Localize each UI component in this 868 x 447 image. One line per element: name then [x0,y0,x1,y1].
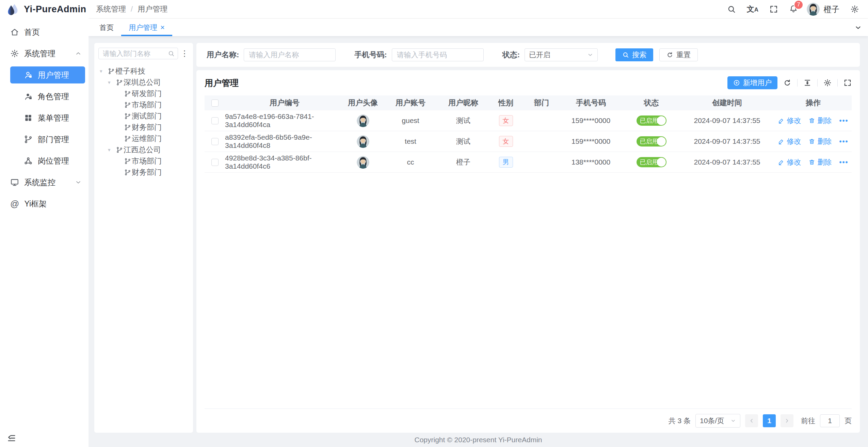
breadcrumb-item[interactable]: 系统管理 [96,4,126,14]
sidebar-item-post-6[interactable]: 岗位管理 [0,152,89,169]
user-id: 9a57a4e8-e196-663a-7841-3a14dd60f4ca [225,112,344,129]
tree-node[interactable]: 测试部门 [98,110,189,122]
more-actions-button[interactable]: ••• [839,117,848,125]
column-header: 部门 [525,98,559,108]
pagination: 共 3 条 10条/页 1 前往 [205,409,852,433]
department-search [98,48,178,59]
collapse-sidebar-icon[interactable] [7,433,16,443]
gender-tag: 女 [499,136,513,147]
user-nickname-cell: 测试 [439,137,487,146]
goto-page-input[interactable] [820,414,840,427]
row-checkbox[interactable] [211,159,219,166]
more-actions-button[interactable]: ••• [839,138,848,145]
content: ⋮ ▾橙子科技▾深圳总公司研发部门市场部门测试部门财务部门运维部门▾江西总公司市… [89,36,868,433]
phone-cell: 159****0000 [559,137,623,145]
department-tree: ▾橙子科技▾深圳总公司研发部门市场部门测试部门财务部门运维部门▾江西总公司市场部… [98,65,189,178]
topbar: 系统管理 / 用户管理 文A 7 [89,0,868,19]
table-fullscreen-icon[interactable] [843,79,852,87]
sidebar-group-gear-1[interactable]: 系统管理 [0,45,89,62]
tree-node-label: 财务部门 [132,167,162,178]
user-account: test [405,137,416,145]
monitor-icon [10,178,19,187]
user-menu[interactable]: 橙子 [807,3,839,16]
status-toggle[interactable]: 已启用 [637,115,666,126]
page-number-button[interactable]: 1 [763,414,776,427]
tree-node[interactable]: 市场部门 [98,155,189,167]
department-search-input[interactable] [98,48,178,59]
delete-button[interactable]: 删除 [808,137,832,146]
delete-button[interactable]: 删除 [808,157,832,167]
phone-filter-input[interactable] [392,48,484,61]
sidebar-item-user-2[interactable]: 用户管理 [10,66,85,83]
sidebar-group-monitor-7[interactable]: 系统监控 [0,174,89,191]
status-toggle[interactable]: 已启用 [637,136,666,147]
tab-user-management[interactable]: 用户管理× [121,19,172,36]
edit-icon [778,117,785,124]
row-density-icon[interactable] [803,79,811,87]
select-all-checkbox[interactable] [211,99,219,107]
status-toggle-knob [657,116,666,125]
more-vertical-icon[interactable]: ⋮ [180,49,189,58]
status-filter-select[interactable]: 已开启 [525,48,598,61]
user-nickname: 测试 [456,116,470,125]
user-avatar[interactable] [357,156,369,169]
app-logo[interactable]: Yi-PureAdmin [0,0,89,19]
sidebar-item-at-8[interactable]: @Yi框架 [0,195,89,212]
user-avatar[interactable] [357,135,369,148]
sidebar-item-home-0[interactable]: 首页 [0,24,89,41]
tab-home[interactable]: 首页 [92,19,121,36]
translate-icon[interactable]: 文A [747,4,758,14]
edit-button[interactable]: 修改 [778,157,801,167]
tree-node[interactable]: 财务部门 [98,122,189,133]
user-avatar[interactable] [357,114,369,127]
tab-close-icon[interactable]: × [160,24,165,31]
tree-node[interactable]: 市场部门 [98,99,189,110]
add-user-button[interactable]: 新增用户 [727,76,777,89]
sidebar-item-menu-grid-4[interactable]: 菜单管理 [0,109,89,126]
sidebar-item-label: 菜单管理 [38,113,69,123]
user-nickname: 测试 [456,137,470,146]
sidebar-footer [0,429,89,447]
fullscreen-icon[interactable] [769,5,778,14]
column-settings-gear-icon[interactable] [823,79,832,87]
user-phone: 159****0000 [572,137,610,145]
tree-node[interactable]: ▾橙子科技 [98,65,189,77]
row-checkbox[interactable] [211,117,219,124]
more-actions-button[interactable]: ••• [839,158,848,166]
next-page-button[interactable] [781,414,793,427]
tree-node[interactable]: ▾深圳总公司 [98,77,189,88]
chevron-down-icon [587,52,593,58]
prev-page-button[interactable] [745,414,758,427]
search-icon[interactable] [727,5,736,14]
tree-node[interactable]: 研发部门 [98,88,189,99]
caret-down-icon[interactable]: ▾ [108,147,116,153]
sidebar-item-role-3[interactable]: 角色管理 [0,88,89,105]
tab-options-chevron-icon[interactable] [848,19,868,36]
row-checkbox[interactable] [211,138,219,145]
page-size-select[interactable]: 10条/页 [695,414,740,428]
tree-node[interactable]: ▾江西总公司 [98,144,189,155]
trash-icon [808,117,815,124]
tree-node[interactable]: 运维部门 [98,133,189,144]
settings-gear-icon[interactable] [850,5,859,14]
notifications[interactable]: 7 [789,4,798,14]
search-button[interactable]: 搜索 [615,48,653,61]
user-id: 4928be8d-3c34-a385-86bf-3a14dd60f4c6 [225,154,344,170]
delete-button[interactable]: 删除 [808,116,832,125]
edit-button[interactable]: 修改 [778,137,801,146]
reset-button[interactable]: 重置 [659,48,698,61]
tree-node-label: 市场部门 [132,100,162,110]
edit-button[interactable]: 修改 [778,116,801,125]
created-time-cell: 2024-09-07 14:37:55 [679,137,775,145]
sidebar-menu: 首页系统管理用户管理角色管理菜单管理部门管理岗位管理系统监控@Yi框架 [0,19,89,429]
tree-node[interactable]: 财务部门 [98,167,189,178]
caret-down-icon[interactable]: ▾ [100,68,108,74]
status-toggle[interactable]: 已启用 [637,157,666,167]
username-filter-input[interactable] [244,48,336,61]
caret-down-icon[interactable]: ▾ [108,79,116,86]
refresh-table-icon[interactable] [783,79,791,87]
sidebar-item-dept-5[interactable]: 部门管理 [0,131,89,148]
column-header-label: 部门 [534,98,549,108]
dept-icon [124,124,131,131]
column-header-label: 创建时间 [712,98,742,108]
